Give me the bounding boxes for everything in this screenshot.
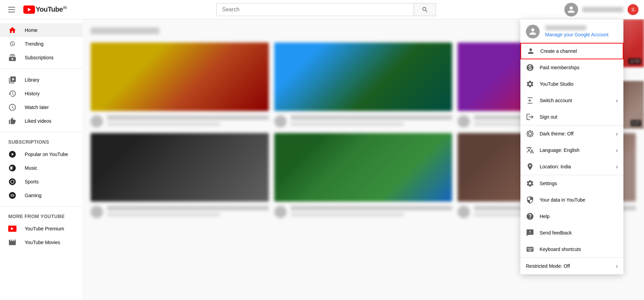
sidebar-divider-2 [0,132,82,132]
dropdown-user-section: Manage your Google Account [520,19,623,43]
video-card-5[interactable] [274,133,452,218]
dropdown-item-youtube-studio[interactable]: YouTube Studio [520,76,623,92]
sidebar-item-library[interactable]: Library [0,73,82,87]
sidebar-divider-3 [0,206,82,207]
sidebar-item-sports[interactable]: Sports [0,175,82,189]
video-avatar-6 [458,206,470,218]
video-title-4 [107,206,269,211]
switch-account-icon [526,96,534,105]
sports-icon [8,178,16,186]
dropdown-item-switch-account[interactable]: Switch account › [520,92,623,109]
video-thumbnail-2 [274,43,452,111]
sidebar-item-premium[interactable]: YouTube Premium [0,222,82,236]
dropdown-item-your-data[interactable]: Your data in YouTube [520,192,623,208]
video-card-4[interactable] [91,133,269,218]
dropdown-section-1: Create a channel Paid memberships YouTub… [520,43,623,125]
youtube-logo[interactable]: YouTubeIN [23,5,67,14]
hamburger-button[interactable] [5,4,18,15]
switch-account-label: Switch account [540,98,572,103]
video-card-1[interactable] [91,43,269,128]
video-title-5 [291,206,452,211]
video-thumbnail-4 [91,133,269,202]
dropdown-avatar-icon [528,27,538,36]
user-avatar-small[interactable]: S [628,4,639,15]
dropdown-item-keyboard-shortcuts[interactable]: Keyboard shortcuts [520,241,623,257]
search-input[interactable] [217,3,414,16]
help-icon [526,212,534,220]
keyboard-shortcuts-label: Keyboard shortcuts [540,247,618,252]
dark-theme-icon [526,130,534,138]
language-icon [526,146,534,154]
dropdown-item-sign-out[interactable]: Sign out [520,109,623,125]
video-thumbnail-5 [274,133,452,202]
dropdown-user-info: Manage your Google Account [545,25,618,38]
manage-google-account-link[interactable]: Manage your Google Account [545,32,608,37]
header-right: S [564,3,639,16]
subscriptions-icon [8,53,16,62]
search-button[interactable] [414,3,436,16]
paid-memberships-icon [526,63,534,72]
dark-theme-chevron-icon: › [616,130,618,137]
sidebar-item-trending[interactable]: Trending [0,37,82,51]
sidebar-item-music[interactable]: Music [0,161,82,175]
video-meta-1 [107,122,220,126]
user-avatar[interactable] [564,3,578,16]
youtube-studio-icon [526,80,534,88]
sidebar-item-home[interactable]: Home [0,23,82,37]
video-title-2 [291,115,452,120]
svg-point-7 [9,192,16,199]
header-left: YouTubeIN [5,4,88,15]
popular-icon [8,150,16,158]
sidebar-item-subscriptions[interactable]: Subscriptions [0,51,82,64]
sidebar-item-liked-videos[interactable]: Liked videos [0,114,82,128]
premium-icon [8,225,16,233]
dropdown-item-paid-memberships[interactable]: Paid memberships [520,59,623,76]
watch-later-icon [8,103,16,111]
movies-icon [8,238,16,247]
dark-theme-label: Dark theme: Off [540,131,574,136]
create-channel-icon [527,47,535,55]
dropdown-restricted-mode[interactable]: Restricted Mode: Off › [520,258,623,274]
trending-icon [8,40,16,48]
right-thumb-2-duration: 3:37 [631,120,641,126]
dropdown-section-3: Settings Your data in YouTube Help Send … [520,175,623,258]
youtube-logo-icon [23,5,35,14]
home-icon [8,26,16,34]
more-section-title: MORE FROM YOUTUBE [0,211,82,222]
sidebar-item-watch-later[interactable]: Watch later [0,100,82,114]
dropdown-item-location[interactable]: Location: India › [520,158,623,175]
dropdown-item-send-feedback[interactable]: Send feedback [520,225,623,241]
svg-point-4 [9,165,16,171]
music-icon [8,164,16,172]
video-avatar-2 [274,115,287,128]
search-icon [422,6,428,13]
dropdown-avatar [526,25,540,38]
send-feedback-label: Send feedback [540,230,618,236]
dropdown-item-language[interactable]: Language: English › [520,142,623,158]
video-avatar-4 [91,206,103,218]
sidebar-item-history[interactable]: History [0,87,82,100]
avatar-icon [566,5,576,14]
keyboard-shortcuts-icon [526,245,534,253]
video-avatar-1 [91,115,103,128]
logo-text: YouTubeIN [36,5,67,13]
dropdown-item-settings[interactable]: Settings [520,175,623,192]
video-avatar-5 [274,206,287,218]
dropdown-item-create-channel[interactable]: Create a channel [520,43,623,59]
restricted-mode-label: Restricted Mode: Off [526,263,570,269]
header-center [88,3,564,16]
sidebar-item-gaming[interactable]: Gaming [0,189,82,202]
language-label: Language: English [540,147,579,153]
send-feedback-icon [526,229,534,237]
location-icon [526,163,534,171]
sidebar-item-popular[interactable]: Popular on YouTube [0,147,82,161]
video-card-2[interactable] [274,43,452,128]
restricted-mode-chevron-icon: › [616,263,618,270]
youtube-studio-label: YouTube Studio [540,81,618,87]
dropdown-item-dark-theme[interactable]: Dark theme: Off › [520,125,623,142]
header: YouTubeIN S [0,0,644,19]
location-label: Location: India [540,164,571,169]
dropdown-item-help[interactable]: Help [520,208,623,225]
sidebar-item-movies[interactable]: YouTube Movies [0,236,82,249]
settings-label: Settings [540,181,618,186]
